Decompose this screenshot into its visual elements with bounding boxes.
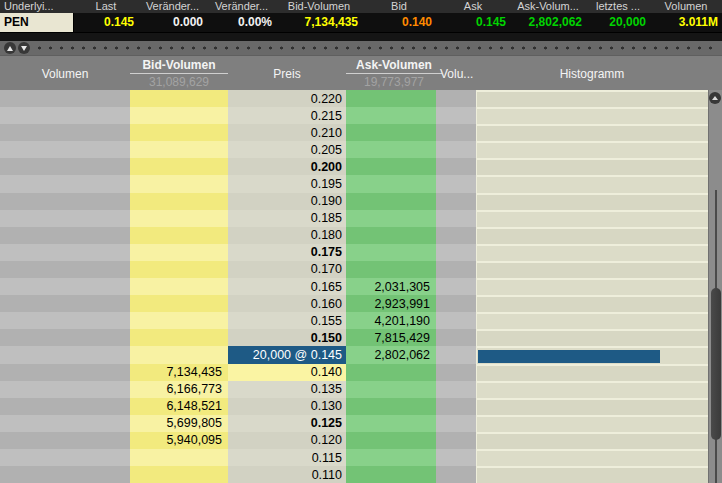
price-cell[interactable]: 0.165 (228, 278, 346, 295)
price-cell[interactable]: 0.120 (228, 432, 346, 449)
ask-volume-cell[interactable] (346, 175, 436, 192)
bid-volume-cell[interactable] (130, 193, 228, 210)
underlying-symbol-cell[interactable]: PEN (0, 13, 74, 32)
scrollbar-thumb[interactable] (711, 288, 721, 440)
price-cell[interactable]: 0.170 (228, 261, 346, 278)
ladder-row: 0.190 (0, 193, 722, 210)
bid-volume-cell[interactable] (130, 90, 228, 107)
splitter-grip-dots[interactable] (34, 41, 718, 55)
column-header-bid-volumen[interactable]: Bid-Volumen 31,089,629 (130, 58, 228, 89)
ask-volume-cell[interactable] (346, 415, 436, 432)
price-cell[interactable]: 0.130 (228, 398, 346, 415)
price-cell[interactable]: 0.215 (228, 107, 346, 124)
quote-column-header: Last (74, 0, 138, 13)
collapse-up-button[interactable] (4, 42, 16, 54)
bid-volume-cell[interactable] (130, 210, 228, 227)
volume-cell (0, 244, 130, 261)
ask-volume-cell[interactable]: 2,923,991 (346, 295, 436, 312)
volu-cell (436, 107, 476, 124)
quote-value-cell: 3.011M (650, 13, 722, 32)
quote-column-header: Ask-Volum... (510, 0, 586, 13)
price-cell[interactable]: 0.160 (228, 295, 346, 312)
price-cell[interactable]: 0.175 (228, 244, 346, 261)
bid-volume-cell[interactable] (130, 175, 228, 192)
bid-volume-cell[interactable] (130, 141, 228, 158)
bid-volume-cell[interactable]: 5,940,095 (130, 432, 228, 449)
bid-volume-cell[interactable] (130, 466, 228, 483)
bid-volume-cell[interactable]: 6,166,773 (130, 381, 228, 398)
price-cell[interactable]: 0.115 (228, 449, 346, 466)
ask-volume-cell[interactable] (346, 107, 436, 124)
bid-volume-cell[interactable]: 5,699,805 (130, 415, 228, 432)
bid-volume-cell[interactable] (130, 244, 228, 261)
bid-volume-cell[interactable] (130, 278, 228, 295)
price-cell[interactable]: 0.185 (228, 210, 346, 227)
histogram-cell (476, 295, 708, 312)
price-cell[interactable]: 0.180 (228, 227, 346, 244)
vertical-scrollbar[interactable] (708, 90, 722, 483)
bid-volume-cell[interactable] (130, 346, 228, 363)
splitter-bar[interactable] (0, 41, 722, 55)
price-cell[interactable]: 20,000 @ 0.145 (228, 346, 346, 363)
ask-volume-cell[interactable] (346, 90, 436, 107)
ask-volume-cell[interactable] (346, 158, 436, 175)
column-header-ask-volumen[interactable]: Ask-Volumen 19,773,977 (346, 58, 442, 89)
ladder-row: 0.210 (0, 124, 722, 141)
ladder-row: 0.185 (0, 210, 722, 227)
ask-volume-cell[interactable] (346, 210, 436, 227)
price-cell[interactable]: 0.155 (228, 312, 346, 329)
bid-volume-cell[interactable] (130, 312, 228, 329)
histogram-cell (476, 346, 708, 363)
bid-volume-cell[interactable] (130, 295, 228, 312)
price-cell[interactable]: 0.125 (228, 415, 346, 432)
booktrader-window: Underlyi...LastVeränder...Veränder...Bid… (0, 0, 722, 483)
ask-volume-cell[interactable]: 2,031,305 (346, 278, 436, 295)
ask-volume-cell[interactable] (346, 193, 436, 210)
bid-volume-cell[interactable] (130, 449, 228, 466)
ask-volume-cell[interactable] (346, 398, 436, 415)
price-cell[interactable]: 0.140 (228, 364, 346, 381)
price-cell[interactable]: 0.195 (228, 175, 346, 192)
price-cell[interactable]: 0.135 (228, 381, 346, 398)
ask-volume-cell[interactable] (346, 244, 436, 261)
ask-volume-cell[interactable]: 4,201,190 (346, 312, 436, 329)
ask-volume-cell[interactable]: 2,802,062 (346, 346, 436, 363)
ladder-row: 0.215 (0, 107, 722, 124)
bid-volume-cell[interactable]: 6,148,521 (130, 398, 228, 415)
bid-volume-cell[interactable] (130, 158, 228, 175)
price-cell[interactable]: 0.205 (228, 141, 346, 158)
ask-volume-cell[interactable] (346, 381, 436, 398)
ask-volume-cell[interactable] (346, 449, 436, 466)
bid-volume-cell[interactable]: 7,134,435 (130, 364, 228, 381)
column-header-volumen[interactable]: Volumen (0, 67, 130, 81)
bid-volume-cell[interactable] (130, 329, 228, 346)
ask-volume-cell[interactable]: 7,815,429 (346, 329, 436, 346)
quote-column-header: Veränder... (138, 0, 207, 13)
collapse-down-button[interactable] (18, 42, 30, 54)
quote-value-cell: 0.145 (74, 13, 138, 32)
ask-volume-cell[interactable] (346, 261, 436, 278)
bid-volume-cell[interactable] (130, 227, 228, 244)
volume-cell (0, 312, 130, 329)
price-cell[interactable]: 0.150 (228, 329, 346, 346)
ask-volume-cell[interactable] (346, 124, 436, 141)
price-cell[interactable]: 0.220 (228, 90, 346, 107)
column-header-preis[interactable]: Preis (228, 67, 346, 81)
ask-volume-cell[interactable] (346, 466, 436, 483)
bid-volume-cell[interactable] (130, 261, 228, 278)
column-header-volu[interactable]: Volu... (440, 67, 480, 81)
ask-volume-cell[interactable] (346, 432, 436, 449)
ladder-row: 0.1602,923,991 (0, 295, 722, 312)
price-cell[interactable]: 0.210 (228, 124, 346, 141)
scroll-up-button[interactable] (709, 92, 721, 104)
column-header-histogramm[interactable]: Histogramm (476, 67, 708, 81)
price-cell[interactable]: 0.110 (228, 466, 346, 483)
bid-volume-cell[interactable] (130, 107, 228, 124)
ask-volume-cell[interactable] (346, 364, 436, 381)
quote-value-cell: 0.000 (138, 13, 207, 32)
ask-volume-cell[interactable] (346, 141, 436, 158)
ask-volume-cell[interactable] (346, 227, 436, 244)
bid-volume-cell[interactable] (130, 124, 228, 141)
price-cell[interactable]: 0.200 (228, 158, 346, 175)
price-cell[interactable]: 0.190 (228, 193, 346, 210)
